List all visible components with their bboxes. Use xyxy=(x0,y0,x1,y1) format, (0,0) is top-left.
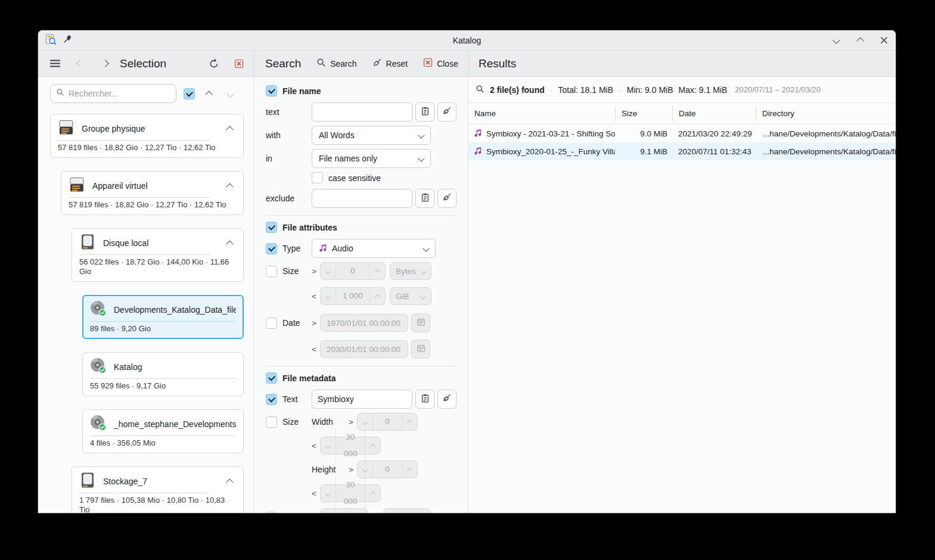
collapse-icon[interactable] xyxy=(223,241,236,246)
spin-down-icon[interactable] xyxy=(321,263,336,279)
size-min-spinbox[interactable]: 0 xyxy=(320,262,386,280)
spin-up-icon[interactable] xyxy=(365,437,380,454)
spin-up-icon[interactable] xyxy=(402,413,417,430)
size-label: Size xyxy=(282,266,299,276)
result-row[interactable]: Symbioxy - 2021-03-21 - Shifting Soo... … xyxy=(468,125,896,142)
results-table-header: Name Size Date Directory xyxy=(468,103,896,125)
card-stats: 55 929 files · 9,17 Gio xyxy=(90,381,236,392)
clear-button[interactable] xyxy=(437,102,456,122)
spin-up-icon[interactable] xyxy=(370,263,385,279)
column-header-directory[interactable]: Directory xyxy=(756,106,896,122)
minimize-icon[interactable] xyxy=(831,36,841,45)
catalog-card-developments-katalog-data[interactable]: Developments_Katalog_Data_files... 89 fi… xyxy=(82,295,244,339)
titlebar[interactable]: Katalog xyxy=(38,30,896,51)
sidebar-search-field[interactable] xyxy=(50,84,176,103)
reset-button[interactable]: Reset xyxy=(372,58,408,69)
search-button[interactable]: Search xyxy=(316,58,356,69)
file-attributes-checkbox[interactable] xyxy=(266,222,277,233)
height-max-spinbox[interactable]: 30 000 xyxy=(320,484,381,502)
catalog-card-appareil-virtuel[interactable]: Appareil virtuel 57 819 files · 18,82 Gi… xyxy=(61,171,244,215)
collapse-icon[interactable] xyxy=(223,479,236,484)
server-icon xyxy=(58,119,74,138)
duration-min-field[interactable]: 00:00:00 xyxy=(320,508,368,513)
pin-icon[interactable] xyxy=(63,35,72,46)
spin-down-icon[interactable] xyxy=(321,485,336,502)
date-checkbox[interactable] xyxy=(266,318,277,329)
in-label: in xyxy=(266,154,312,163)
size-max-unit-dropdown[interactable]: GiB xyxy=(390,287,431,305)
metadata-size-checkbox[interactable] xyxy=(266,416,277,428)
harddisk-icon xyxy=(79,234,96,253)
close-search-button[interactable]: Close xyxy=(423,58,458,69)
metadata-text-checkbox[interactable] xyxy=(266,394,277,405)
result-row[interactable]: Symbioxy_2020-01-25_-_Funky Village... 9… xyxy=(468,142,896,160)
music-note-icon xyxy=(474,147,482,157)
spin-up-icon[interactable] xyxy=(402,461,417,478)
disc-icon xyxy=(90,357,107,377)
expand-all-icon[interactable] xyxy=(222,86,238,101)
spin-up-icon[interactable] xyxy=(370,288,385,304)
type-dropdown[interactable]: Audio xyxy=(312,239,436,258)
music-note-icon xyxy=(319,244,327,254)
back-icon[interactable] xyxy=(73,57,86,70)
refresh-icon[interactable] xyxy=(207,57,220,70)
duration-checkbox[interactable] xyxy=(266,512,277,514)
close-icon[interactable] xyxy=(879,36,889,45)
collapse-icon[interactable] xyxy=(223,183,236,189)
height-label: Height xyxy=(312,465,349,474)
metadata-text-input[interactable] xyxy=(312,390,412,409)
case-sensitive-checkbox[interactable] xyxy=(312,172,323,183)
unselect-icon[interactable] xyxy=(232,57,246,70)
sidebar-search-input[interactable] xyxy=(69,89,170,98)
paste-button[interactable] xyxy=(415,102,434,122)
catalog-card-home-stephane-developments[interactable]: _home_stephane_Developments_ 4 files · 3… xyxy=(82,409,244,453)
in-dropdown[interactable]: File names only xyxy=(312,149,431,168)
spin-up-icon[interactable] xyxy=(365,485,380,502)
column-header-size[interactable]: Size xyxy=(615,106,672,122)
hamburger-menu-icon[interactable] xyxy=(48,57,61,70)
calendar-button[interactable] xyxy=(411,340,430,359)
size-min-unit-dropdown[interactable]: Bytes xyxy=(390,262,431,280)
spin-down-icon[interactable] xyxy=(321,437,336,454)
clear-button[interactable] xyxy=(437,390,456,409)
spin-down-icon[interactable] xyxy=(321,288,336,304)
close-box-icon xyxy=(423,58,433,69)
card-stats: 57 819 files · 18,82 Gio · 12,27 Tio · 1… xyxy=(58,143,236,154)
size-checkbox[interactable] xyxy=(266,266,277,277)
forward-icon[interactable] xyxy=(98,57,111,70)
height-min-spinbox[interactable]: 0 xyxy=(357,461,418,478)
column-header-name[interactable]: Name xyxy=(468,106,615,122)
with-dropdown[interactable]: All Words xyxy=(312,126,431,145)
paste-button[interactable] xyxy=(415,390,434,409)
select-all-checkbox[interactable] xyxy=(184,88,195,99)
spin-down-icon[interactable] xyxy=(358,413,372,430)
greater-than-symbol: > xyxy=(312,319,320,328)
file-metadata-checkbox[interactable] xyxy=(266,372,277,384)
width-max-spinbox[interactable]: 30 000 xyxy=(320,437,381,455)
type-label: Type xyxy=(282,244,300,253)
catalog-card-katalog[interactable]: Katalog 55 929 files · 9,17 Gio xyxy=(82,352,244,396)
date-min-field[interactable]: 1970/01/01 00:00:00 xyxy=(320,314,408,332)
exclude-input[interactable] xyxy=(312,189,412,208)
spin-down-icon[interactable] xyxy=(358,461,372,478)
catalog-card-disque-local[interactable]: Disque local 56 022 files · 18,72 Gio · … xyxy=(72,228,244,282)
collapse-icon[interactable] xyxy=(223,126,236,132)
width-min-spinbox[interactable]: 0 xyxy=(357,413,418,431)
type-checkbox[interactable] xyxy=(266,243,277,254)
catalog-card-stockage-7[interactable]: Stockage_7 1 797 files · 105,38 Mio · 10… xyxy=(72,466,244,513)
server-icon xyxy=(69,176,85,195)
paste-button[interactable] xyxy=(415,189,434,208)
chevron-down-icon xyxy=(423,245,429,251)
file-name-text-input[interactable] xyxy=(312,102,412,122)
maximize-icon[interactable] xyxy=(855,36,865,45)
date-max-field[interactable]: 2030/01/01 00:00:00 xyxy=(320,340,408,358)
clear-button[interactable] xyxy=(437,189,456,208)
file-name-checkbox[interactable] xyxy=(266,85,277,97)
duration-max-field[interactable]: 23:59:59 xyxy=(383,508,431,513)
column-header-date[interactable]: Date xyxy=(672,106,756,122)
collapse-all-icon[interactable] xyxy=(201,86,216,101)
calendar-button[interactable] xyxy=(411,313,430,332)
catalog-card-groupe-physique[interactable]: Groupe physique 57 819 files · 18,82 Gio… xyxy=(50,114,244,158)
size-max-spinbox[interactable]: 1 000 xyxy=(320,287,386,305)
file-metadata-section-header: File metadata xyxy=(266,372,457,384)
